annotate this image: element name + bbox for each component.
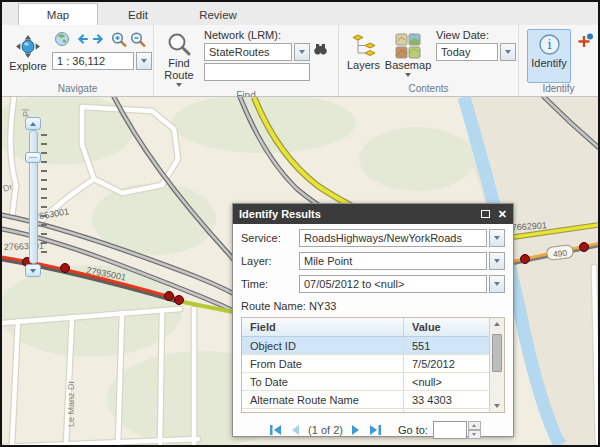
route-shield: 490 bbox=[546, 244, 573, 260]
tab-edit[interactable]: Edit bbox=[98, 4, 178, 25]
explore-button[interactable]: Explore bbox=[6, 31, 50, 75]
zoom-slider-handle[interactable] bbox=[25, 152, 41, 163]
explore-label: Explore bbox=[9, 60, 46, 72]
value-column-header: Value bbox=[404, 321, 489, 333]
service-dropdown-arrow[interactable] bbox=[489, 229, 505, 247]
scrollbar-thumb[interactable] bbox=[492, 334, 502, 372]
ribbon-tabbar: Map Edit Review bbox=[2, 2, 598, 25]
layer-value: Mile Point bbox=[299, 252, 487, 270]
back-arrow-icon[interactable] bbox=[71, 30, 90, 48]
table-row[interactable]: To Date <null> bbox=[242, 373, 504, 391]
scale-value: 1 : 36,112 bbox=[52, 52, 134, 70]
layers-label: Layers bbox=[347, 59, 380, 71]
spinner-down-button[interactable] bbox=[468, 430, 481, 439]
network-lrm-dropdown-arrow[interactable] bbox=[294, 43, 310, 61]
identify-button-label: Identify bbox=[531, 57, 566, 69]
table-row[interactable]: Object ID 551 bbox=[242, 337, 504, 355]
group-label-navigate: Navigate bbox=[6, 83, 149, 96]
table-row[interactable]: From Date 7/5/2012 bbox=[242, 355, 504, 373]
field-cell: To Date bbox=[242, 373, 404, 390]
spinner-up-icon bbox=[472, 424, 476, 427]
table-row[interactable] bbox=[242, 409, 504, 413]
down-triangle-icon bbox=[30, 269, 36, 273]
tab-map[interactable]: Map bbox=[18, 3, 98, 25]
network-lrm-combobox[interactable]: StateRoutes bbox=[204, 43, 310, 61]
field-cell: Object ID bbox=[242, 337, 404, 354]
layers-button[interactable]: Layers bbox=[343, 30, 384, 74]
zoom-slider-ticks bbox=[41, 134, 47, 260]
svg-text:i: i bbox=[547, 37, 551, 52]
time-combobox[interactable]: 07/05/2012 to <null> bbox=[299, 275, 505, 293]
page-indicator: (1 of 2) bbox=[308, 424, 343, 436]
zoom-slider-track[interactable] bbox=[29, 130, 38, 264]
service-value: RoadsHighways/NewYorkRoads bbox=[299, 229, 487, 247]
layer-dropdown-arrow[interactable] bbox=[489, 252, 505, 270]
identify-route-location-button[interactable] bbox=[577, 33, 594, 53]
goto-spinner bbox=[468, 421, 481, 439]
identify-icon: i bbox=[537, 32, 562, 57]
field-cell: From Date bbox=[242, 355, 404, 372]
binoculars-icon bbox=[312, 42, 329, 62]
time-label: Time: bbox=[241, 278, 299, 290]
service-label: Service: bbox=[241, 232, 299, 244]
table-scrollbar[interactable] bbox=[489, 318, 504, 412]
attributes-table: Field Value Object ID 551 From Date 7/5/… bbox=[241, 317, 505, 413]
service-combobox[interactable]: RoadsHighways/NewYorkRoads bbox=[299, 229, 505, 247]
basemap-caret-icon bbox=[405, 73, 411, 77]
spinner-down-icon bbox=[472, 433, 476, 436]
map-canvas[interactable]: 490 27663001 27663101 27935001 27662901 … bbox=[2, 97, 598, 445]
network-lrm-value: StateRoutes bbox=[204, 43, 292, 61]
table-header-row: Field Value bbox=[242, 318, 504, 337]
scroll-up-icon[interactable] bbox=[494, 322, 500, 326]
tab-review[interactable]: Review bbox=[178, 4, 258, 25]
route-location-crosshair-icon bbox=[577, 35, 594, 52]
globe-icon[interactable] bbox=[52, 30, 71, 48]
group-contents: Layers bbox=[339, 25, 519, 96]
value-cell: 551 bbox=[404, 340, 489, 352]
next-page-button[interactable] bbox=[351, 424, 361, 436]
goto-page-input[interactable] bbox=[433, 421, 467, 439]
find-binoculars-button[interactable] bbox=[310, 43, 330, 61]
zoom-slider-down-button[interactable] bbox=[25, 264, 41, 277]
route-input-box[interactable] bbox=[204, 63, 310, 81]
last-page-button[interactable] bbox=[369, 424, 382, 436]
svg-text:490: 490 bbox=[552, 248, 568, 260]
first-page-button[interactable] bbox=[269, 424, 282, 436]
group-find: Find Route Network (LRM): StateRoutes bbox=[154, 25, 339, 96]
basemap-icon bbox=[395, 33, 421, 59]
layers-icon bbox=[351, 33, 377, 59]
app-window: Map Edit Review bbox=[0, 0, 600, 447]
previous-page-button[interactable] bbox=[290, 424, 300, 436]
basemap-button[interactable]: Basemap bbox=[384, 30, 432, 80]
scale-dropdown-arrow[interactable] bbox=[136, 52, 152, 70]
identify-results-panel: Identify Results ✕ Service: RoadsHighway… bbox=[232, 203, 514, 437]
scroll-down-icon[interactable] bbox=[494, 404, 500, 408]
panel-title: Identify Results bbox=[239, 208, 321, 220]
group-label-identify: Identify bbox=[523, 83, 594, 96]
zoom-in-icon[interactable] bbox=[109, 30, 128, 48]
layer-combobox[interactable]: Mile Point bbox=[299, 252, 505, 270]
group-label-contents: Contents bbox=[343, 83, 514, 96]
find-route-button[interactable]: Find Route bbox=[158, 29, 200, 90]
zoom-out-icon[interactable] bbox=[128, 30, 147, 48]
field-column-header: Field bbox=[242, 318, 404, 336]
street-name-label: Le Manz Dr bbox=[66, 380, 76, 427]
table-row[interactable]: Alternate Route Name 33 4303 bbox=[242, 391, 504, 409]
scale-combobox[interactable]: 1 : 36,112 bbox=[52, 52, 152, 70]
zoom-slider-up-button[interactable] bbox=[25, 117, 41, 130]
view-date-combobox[interactable]: Today bbox=[436, 43, 516, 61]
forward-arrow-icon[interactable] bbox=[90, 30, 109, 48]
route-name-label: Route Name: bbox=[241, 300, 306, 312]
close-button[interactable]: ✕ bbox=[498, 209, 507, 220]
value-cell: 7/5/2012 bbox=[404, 358, 489, 370]
explore-icon bbox=[15, 34, 41, 60]
identify-button[interactable]: i Identify bbox=[527, 29, 571, 83]
maximize-button[interactable] bbox=[481, 209, 490, 220]
spinner-up-button[interactable] bbox=[468, 421, 481, 430]
view-date-dropdown-arrow[interactable] bbox=[500, 43, 516, 61]
value-cell: <null> bbox=[404, 376, 489, 388]
route-name-value: NY33 bbox=[309, 300, 337, 312]
street-name-label: Pl bbox=[21, 109, 31, 117]
time-dropdown-arrow[interactable] bbox=[489, 275, 505, 293]
panel-titlebar[interactable]: Identify Results ✕ bbox=[233, 204, 513, 224]
